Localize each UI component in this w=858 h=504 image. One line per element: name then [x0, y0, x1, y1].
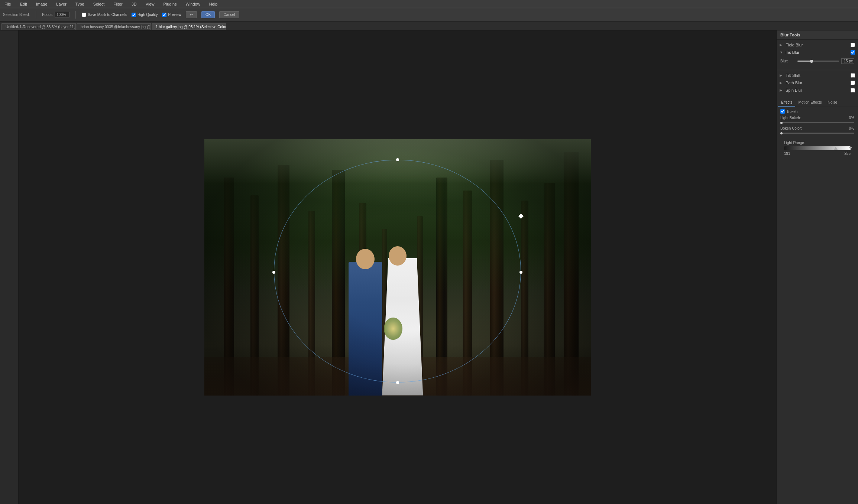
divider-2	[777, 97, 858, 97]
divider-3	[780, 137, 854, 137]
iris-blur-label: Iris Blur	[786, 50, 848, 55]
blur-tools-section: ▶ Field Blur ▼ Iris Blur Blur: 15 px	[777, 40, 858, 95]
spin-blur-label: Spin Blur	[786, 88, 848, 92]
menu-bar: File Edit Image Layer Type Select Filter…	[0, 0, 858, 8]
effects-tabs: Effects Motion Effects Noise	[777, 99, 858, 107]
blur-value[interactable]: 15 px	[841, 58, 854, 64]
menu-3d[interactable]: 3D	[130, 1, 138, 7]
light-range-values: 191 255	[784, 152, 851, 156]
bokeh-label: Bokeh	[787, 110, 854, 114]
blur-tool-tilt-shift[interactable]: ▶ Tilt-Shift	[777, 72, 858, 79]
light-range-right-thumb[interactable]	[849, 147, 852, 150]
menu-type[interactable]: Type	[74, 1, 86, 7]
focus-label: Focus:	[42, 13, 53, 17]
field-blur-checkbox[interactable]	[851, 43, 855, 47]
bokeh-color-thumb[interactable]	[780, 132, 783, 134]
preview-label: Preview	[168, 13, 181, 17]
menu-filter[interactable]: Filter	[112, 1, 124, 7]
preview-checkbox-group[interactable]: Preview	[162, 13, 181, 17]
spin-blur-checkbox[interactable]	[851, 88, 855, 92]
tab-2-label: 1 blur gallery.jpg @ 95.1% (Selective Co…	[156, 25, 226, 29]
tab-2[interactable]: 1 blur gallery.jpg @ 95.1% (Selective Co…	[152, 23, 226, 30]
menu-layer[interactable]: Layer	[55, 1, 68, 7]
blur-amount-row: Blur: 15 px	[780, 58, 854, 64]
light-range-label: Light Range:	[784, 141, 851, 145]
save-mask-checkbox-group[interactable]: Save Mask to Channels	[82, 13, 127, 17]
path-blur-checkbox[interactable]	[851, 81, 855, 85]
blur-slider[interactable]	[797, 61, 839, 62]
focus-value[interactable]: 100%	[55, 12, 69, 17]
bokeh-color-label: Bokeh Color:	[780, 126, 845, 130]
canvas-area[interactable]	[19, 30, 776, 504]
effects-tab-effects[interactable]: Effects	[778, 99, 795, 107]
bokeh-color-row: Bokeh Color: 0%	[780, 126, 854, 134]
effects-content: Bokeh Light Bokeh: 0% Bokeh Color	[777, 107, 858, 160]
tilt-shift-checkbox[interactable]	[851, 73, 855, 78]
spin-blur-arrow: ▶	[780, 88, 783, 92]
effects-tab-noise[interactable]: Noise	[825, 99, 841, 107]
panel-header: Blur Tools	[777, 30, 858, 40]
menu-help[interactable]: Help	[208, 1, 219, 7]
bokeh-color-value: 0%	[845, 126, 854, 130]
path-blur-arrow: ▶	[780, 81, 783, 85]
blur-slider-fill	[797, 61, 810, 62]
cancel-button[interactable]: Cancel	[219, 11, 239, 18]
toolbar-sep-2	[75, 11, 76, 19]
divider-1	[777, 70, 858, 70]
blur-amount-section: Blur: 15 px	[777, 56, 858, 68]
iris-blur-checkbox[interactable]	[851, 50, 855, 55]
high-quality-checkbox[interactable]	[132, 13, 136, 17]
tab-1[interactable]: brian bossany 0035 @brianbossany.jpg @ 1…	[77, 23, 151, 30]
field-blur-label: Field Blur	[786, 43, 848, 47]
field-blur-arrow: ▶	[780, 43, 783, 47]
control-point-left[interactable]	[272, 271, 275, 274]
control-point-top[interactable]	[396, 158, 399, 161]
save-mask-checkbox[interactable]	[82, 13, 86, 17]
focus-group: Focus: 100%	[42, 12, 69, 17]
light-range-section: Light Range: 191 255	[780, 139, 854, 158]
light-range-right-value: 255	[844, 152, 851, 156]
bokeh-color-slider-container	[780, 133, 854, 134]
light-bokeh-slider-container	[780, 122, 854, 123]
undo-button[interactable]: ↩	[186, 11, 197, 18]
blur-tool-field-blur[interactable]: ▶ Field Blur	[777, 41, 858, 49]
blur-slider-thumb[interactable]	[810, 60, 813, 63]
light-range-left-value: 191	[784, 152, 790, 156]
selection-bleed-label: Selection Bleed:	[3, 13, 30, 17]
blur-tool-path-blur[interactable]: ▶ Path Blur	[777, 79, 858, 87]
iris-blur-arrow: ▼	[780, 51, 783, 54]
right-panel: Blur Tools ▶ Field Blur ▼ Iris Blur Blur…	[776, 30, 858, 504]
path-blur-label: Path Blur	[786, 81, 848, 85]
bokeh-color-slider[interactable]	[780, 133, 854, 134]
light-range-track[interactable]	[784, 146, 851, 150]
tab-0[interactable]: Untitled-1-Recovered @ 33.3% (Layer 11, …	[1, 23, 76, 30]
light-bokeh-thumb[interactable]	[780, 122, 783, 124]
tab-1-label: brian bossany 0035 @brianbossany.jpg @ 1…	[81, 25, 151, 29]
bokeh-checkbox[interactable]	[780, 109, 785, 114]
light-range-left-thumb[interactable]	[834, 147, 838, 150]
high-quality-label: High Quality	[137, 13, 158, 17]
menu-edit[interactable]: Edit	[19, 1, 29, 7]
panel-title: Blur Tools	[780, 33, 800, 37]
preview-checkbox[interactable]	[162, 13, 166, 17]
blur-tool-iris-blur[interactable]: ▼ Iris Blur	[777, 49, 858, 56]
effects-tab-motion[interactable]: Motion Effects	[795, 99, 825, 107]
toolbar: Selection Bleed: Focus: 100% Save Mask t…	[0, 8, 858, 22]
canvas-wrapper	[204, 139, 591, 396]
menu-file[interactable]: File	[3, 1, 13, 7]
high-quality-checkbox-group[interactable]: High Quality	[132, 13, 158, 17]
ok-button[interactable]: OK	[201, 11, 215, 18]
control-point-right[interactable]	[519, 271, 522, 274]
light-bokeh-row: Light Bokeh: 0%	[780, 116, 854, 123]
toolbar-sep-1	[36, 11, 36, 19]
blur-tool-spin-blur[interactable]: ▶ Spin Blur	[777, 87, 858, 94]
menu-view[interactable]: View	[144, 1, 156, 7]
save-mask-label: Save Mask to Channels	[88, 13, 127, 17]
menu-select[interactable]: Select	[92, 1, 106, 7]
main-area: Blur Tools ▶ Field Blur ▼ Iris Blur Blur…	[0, 30, 858, 504]
menu-plugins[interactable]: Plugins	[162, 1, 178, 7]
menu-window[interactable]: Window	[184, 1, 202, 7]
light-bokeh-slider[interactable]	[780, 122, 854, 123]
control-point-bottom[interactable]	[396, 381, 399, 384]
menu-image[interactable]: Image	[35, 1, 49, 7]
